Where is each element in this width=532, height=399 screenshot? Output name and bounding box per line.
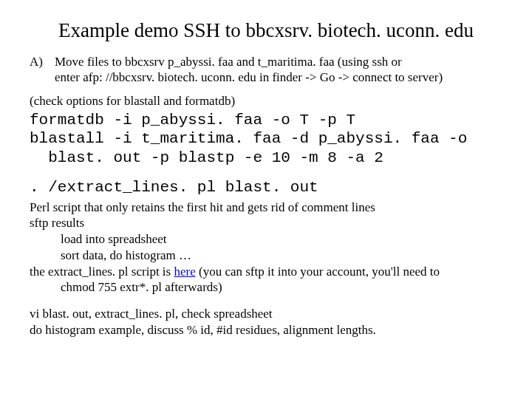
chmod-line: chmod 755 extr*. pl afterwards) [30,279,502,296]
closing-line1: vi blast. out, extract_lines. pl, check … [30,306,502,322]
script-location-line: the extract_lines. pl script is here (yo… [30,264,502,280]
check-options-note: (check options for blastall and formatdb… [30,93,502,109]
closing-line2: do histogram example, discuss % id, #id … [30,322,502,338]
here-link[interactable]: here [174,265,195,279]
perl-description: Perl script that only retains the first … [30,200,502,216]
script-location-pre: the extract_lines. pl script is [30,265,174,279]
step-a: A) Move files to bbcxsrv p_abyssi. faa a… [30,54,502,86]
step-a-line1: Move files to bbcxsrv p_abyssi. faa and … [55,54,502,70]
script-location-post: (you can sftp it into your account, you'… [196,265,440,279]
sftp-sort: sort data, do histogram … [30,248,502,264]
sftp-results-header: sftp results [30,215,502,231]
sftp-load: load into spreadsheet [30,231,502,248]
step-a-line2: enter afp: //bbcxsrv. biotech. uconn. ed… [55,69,502,86]
step-a-marker: A) [30,54,55,86]
slide-title: Example demo SSH to bbcxsrv. biotech. uc… [30,18,502,44]
code-block-commands: formatdb -i p_abyssi. faa -o T -p T blas… [30,111,502,168]
code-block-extract: . /extract_lines. pl blast. out [30,178,502,198]
